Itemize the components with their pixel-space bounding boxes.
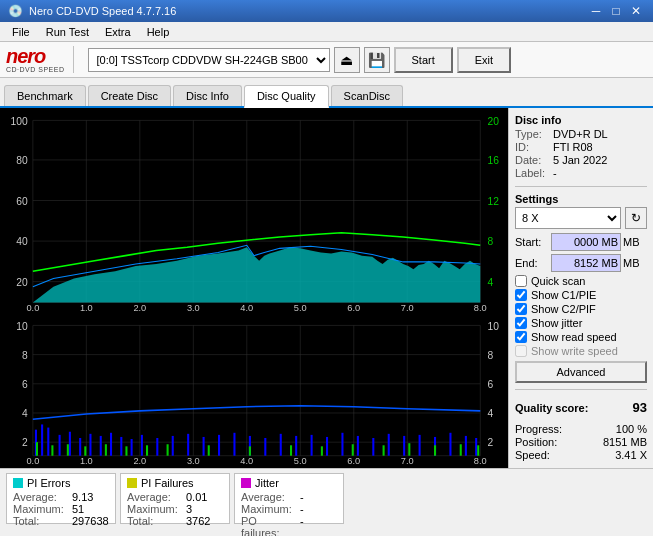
drive-select[interactable]: [0:0] TSSTcorp CDDVDW SH-224GB SB00 bbox=[88, 48, 330, 72]
jitter-label: Jitter bbox=[255, 477, 279, 489]
svg-text:1.0: 1.0 bbox=[80, 456, 93, 466]
jitter-header: Jitter bbox=[241, 477, 337, 489]
disc-label-value: - bbox=[553, 167, 557, 179]
quick-scan-checkbox[interactable] bbox=[515, 275, 527, 287]
maximize-button[interactable]: □ bbox=[607, 2, 625, 20]
svg-text:8.0: 8.0 bbox=[474, 456, 487, 466]
svg-rect-90 bbox=[264, 438, 266, 456]
main-content: 100 80 60 40 20 20 16 12 8 4 0.0 1.0 bbox=[0, 108, 653, 528]
svg-rect-78 bbox=[100, 436, 102, 456]
svg-text:1.0: 1.0 bbox=[80, 303, 93, 313]
svg-text:12: 12 bbox=[487, 196, 499, 207]
pi-errors-total-val: 297638 bbox=[72, 515, 109, 527]
tab-benchmark[interactable]: Benchmark bbox=[4, 85, 86, 106]
nero-logo: nero CD·DVD SPEED bbox=[6, 46, 74, 73]
svg-rect-87 bbox=[218, 435, 220, 456]
jitter-group: Jitter Average: - Maximum: - PO failures… bbox=[234, 473, 344, 524]
disc-info-section: Disc info Type: DVD+R DL ID: FTI R08 Dat… bbox=[515, 114, 647, 180]
menu-help[interactable]: Help bbox=[139, 24, 178, 40]
menu-file[interactable]: File bbox=[4, 24, 38, 40]
divider-1 bbox=[515, 186, 647, 187]
type-label: Type: bbox=[515, 128, 553, 140]
svg-text:8.0: 8.0 bbox=[474, 303, 487, 313]
jitter-max-val: - bbox=[300, 503, 304, 515]
svg-text:4: 4 bbox=[487, 277, 493, 288]
svg-rect-79 bbox=[110, 433, 112, 456]
show-jitter-checkbox[interactable] bbox=[515, 317, 527, 329]
svg-rect-84 bbox=[172, 436, 174, 456]
disc-type-row: Type: DVD+R DL bbox=[515, 128, 647, 140]
refresh-button[interactable]: ↻ bbox=[625, 207, 647, 229]
svg-rect-85 bbox=[187, 434, 189, 456]
disc-label-row: Label: - bbox=[515, 167, 647, 179]
jitter-avg-val: - bbox=[300, 491, 304, 503]
speed-select[interactable]: 8 X 4 X 2 X MAX bbox=[515, 207, 621, 229]
svg-text:0.0: 0.0 bbox=[26, 456, 39, 466]
pi-errors-group: PI Errors Average: 9.13 Maximum: 51 Tota… bbox=[6, 473, 116, 524]
date-label: Date: bbox=[515, 154, 553, 166]
pi-errors-avg-val: 9.13 bbox=[72, 491, 93, 503]
pi-errors-total-row: Total: 297638 bbox=[13, 515, 109, 527]
menu-run-test[interactable]: Run Test bbox=[38, 24, 97, 40]
minimize-button[interactable]: ─ bbox=[587, 2, 605, 20]
settings-title: Settings bbox=[515, 193, 647, 205]
menu-extra[interactable]: Extra bbox=[97, 24, 139, 40]
date-value: 5 Jan 2022 bbox=[553, 154, 607, 166]
pi-failures-header: PI Failures bbox=[127, 477, 223, 489]
pi-errors-max-row: Maximum: 51 bbox=[13, 503, 109, 515]
advanced-button[interactable]: Advanced bbox=[515, 361, 647, 383]
bottom-chart-svg: 10 8 6 4 2 10 8 6 4 2 0.0 1.0 2.0 bbox=[2, 315, 506, 466]
pi-failures-avg-val: 0.01 bbox=[186, 491, 207, 503]
title-bar: 💿 Nero CD-DVD Speed 4.7.7.16 ─ □ ✕ bbox=[0, 0, 653, 22]
tab-disc-info[interactable]: Disc Info bbox=[173, 85, 242, 106]
svg-rect-108 bbox=[84, 446, 86, 455]
svg-rect-95 bbox=[341, 433, 343, 456]
tab-disc-quality[interactable]: Disc Quality bbox=[244, 85, 329, 108]
exit-button[interactable]: Exit bbox=[457, 47, 511, 73]
pi-errors-max-val: 51 bbox=[72, 503, 84, 515]
svg-rect-105 bbox=[36, 442, 38, 456]
pi-failures-max-row: Maximum: 3 bbox=[127, 503, 223, 515]
position-label: Position: bbox=[515, 436, 557, 448]
svg-text:80: 80 bbox=[16, 155, 28, 166]
close-button[interactable]: ✕ bbox=[627, 2, 645, 20]
quick-scan-label: Quick scan bbox=[531, 275, 585, 287]
start-input[interactable] bbox=[551, 233, 621, 251]
svg-text:5.0: 5.0 bbox=[294, 456, 307, 466]
show-read-speed-label: Show read speed bbox=[531, 331, 617, 343]
svg-text:16: 16 bbox=[487, 155, 499, 166]
speed-label: Speed: bbox=[515, 449, 550, 461]
pi-errors-total-label: Total: bbox=[13, 515, 68, 527]
end-unit: MB bbox=[623, 257, 640, 269]
end-row: End: MB bbox=[515, 254, 647, 272]
nero-logo-sub: CD·DVD SPEED bbox=[6, 66, 65, 73]
tab-create-disc[interactable]: Create Disc bbox=[88, 85, 171, 106]
top-chart-svg: 100 80 60 40 20 20 16 12 8 4 0.0 1.0 bbox=[2, 110, 506, 313]
show-c2-pif-label: Show C2/PIF bbox=[531, 303, 596, 315]
right-panel: Disc info Type: DVD+R DL ID: FTI R08 Dat… bbox=[508, 108, 653, 468]
svg-text:6: 6 bbox=[487, 379, 493, 390]
show-read-speed-checkbox[interactable] bbox=[515, 331, 527, 343]
save-button[interactable]: 💾 bbox=[364, 47, 390, 73]
bottom-chart: 10 8 6 4 2 10 8 6 4 2 0.0 1.0 2.0 bbox=[2, 315, 506, 466]
show-write-speed-checkbox bbox=[515, 345, 527, 357]
svg-text:8: 8 bbox=[487, 236, 493, 247]
start-button[interactable]: Start bbox=[394, 47, 453, 73]
settings-section: Settings 8 X 4 X 2 X MAX ↻ Start: MB bbox=[515, 193, 647, 383]
svg-rect-91 bbox=[280, 434, 282, 456]
top-chart: 100 80 60 40 20 20 16 12 8 4 0.0 1.0 bbox=[2, 110, 506, 313]
show-c2-pif-checkbox[interactable] bbox=[515, 303, 527, 315]
svg-rect-81 bbox=[131, 439, 133, 456]
svg-text:4.0: 4.0 bbox=[240, 303, 253, 313]
svg-text:6.0: 6.0 bbox=[347, 303, 360, 313]
svg-text:7.0: 7.0 bbox=[401, 303, 414, 313]
pi-errors-dot bbox=[13, 478, 23, 488]
eject-button[interactable]: ⏏ bbox=[334, 47, 360, 73]
app-title: Nero CD-DVD Speed 4.7.7.16 bbox=[29, 5, 176, 17]
svg-text:2.0: 2.0 bbox=[133, 456, 146, 466]
svg-text:3.0: 3.0 bbox=[187, 456, 200, 466]
tab-scan-disc[interactable]: ScanDisc bbox=[331, 85, 403, 106]
end-input[interactable] bbox=[551, 254, 621, 272]
svg-text:10: 10 bbox=[487, 320, 499, 331]
show-c1-pie-checkbox[interactable] bbox=[515, 289, 527, 301]
